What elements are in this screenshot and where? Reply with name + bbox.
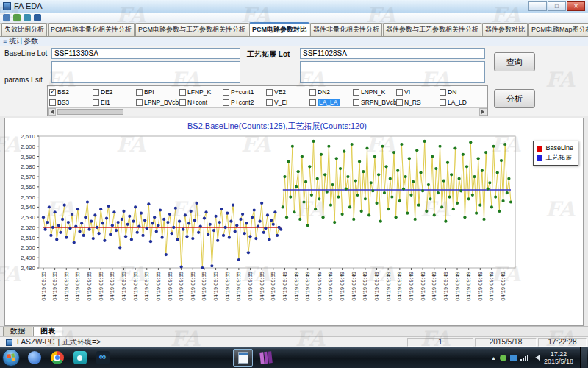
checkbox-icon[interactable] (93, 89, 99, 96)
taskbar-teal-app-icon[interactable] (70, 349, 90, 367)
svg-text:04/19 09:49: 04/19 09:49 (420, 272, 426, 301)
svg-text:04/19 09:49: 04/19 09:49 (465, 272, 472, 301)
main-tab-3[interactable]: PCM电路参数与工艺参数相关性分析 (135, 23, 248, 36)
param-checkbox-DE2[interactable]: DE2 (93, 87, 136, 97)
toolbar-globe-icon[interactable] (34, 14, 41, 21)
show-desktop-button[interactable] (580, 347, 587, 368)
parameter-checkbox-panel: BS2DE2BPILFNP_KP+cont1VE2DN2LNPN_KVIDNBS… (47, 85, 488, 116)
expansion-lot-list-box[interactable] (300, 61, 485, 83)
svg-text:04/19 09:55: 04/19 09:55 (98, 272, 104, 301)
maximize-button[interactable]: □ (548, 1, 566, 11)
param-checkbox-N_RS[interactable]: N_RS (396, 97, 440, 107)
param-checkbox-LNPN_K[interactable]: LNPN_K (353, 87, 396, 97)
checkbox-icon[interactable] (136, 99, 143, 106)
svg-text:04/19 09:55: 04/19 09:55 (259, 272, 265, 301)
main-tab-2[interactable]: PCM电路非量化相关性分析 (48, 23, 135, 36)
checkbox-icon[interactable] (396, 89, 403, 96)
param-checkbox-LA_LD[interactable]: LA_LD (440, 97, 483, 107)
checkbox-icon[interactable] (179, 99, 186, 106)
view-tab-1[interactable]: 数据 (3, 327, 32, 336)
tray-blue-icon[interactable] (510, 355, 517, 361)
taskbar-chrome-icon[interactable] (47, 349, 67, 367)
baseline-lot-label: BaseLine Lot (4, 49, 47, 57)
svg-text:04/19 09:49: 04/19 09:49 (500, 272, 506, 301)
start-button[interactable] (2, 349, 20, 367)
scroll-left-button[interactable] (48, 108, 56, 116)
taskbar-fa-eda-active-app[interactable] (233, 349, 253, 367)
checkbox-icon[interactable] (353, 89, 359, 96)
checkbox-icon[interactable] (266, 99, 273, 106)
toolbar-grid-icon[interactable] (24, 14, 31, 21)
param-checkbox-N+cont[interactable]: N+cont (179, 97, 223, 107)
status-pc-icon (6, 339, 12, 346)
main-tab-4[interactable]: PCM电路参数对比 (249, 22, 309, 36)
network-icon[interactable] (520, 354, 528, 361)
taskbar-blue-app-icon[interactable] (24, 349, 44, 367)
checkbox-icon[interactable] (49, 99, 56, 106)
toolbar-leaf-icon[interactable] (13, 14, 21, 21)
svg-text:04/19 09:55: 04/19 09:55 (201, 272, 207, 301)
scroll-right-button[interactable] (479, 108, 487, 116)
query-button[interactable]: 查询 (494, 52, 535, 71)
checkbox-icon[interactable] (309, 99, 316, 106)
param-checkbox-DN[interactable]: DN (440, 87, 483, 97)
svg-text:04/19 09:49: 04/19 09:49 (351, 272, 357, 301)
param-checkbox-LA_LA[interactable]: LA_LA (309, 97, 353, 107)
param-checkbox-BPI[interactable]: BPI (136, 87, 179, 97)
checkbox-icon[interactable] (309, 89, 316, 96)
param-checkbox-V_EI[interactable]: V_EI (266, 97, 309, 107)
checkbox-icon[interactable] (136, 89, 143, 96)
volume-icon[interactable] (532, 355, 540, 361)
svg-text:04/19 09:49: 04/19 09:49 (339, 272, 345, 301)
params-list-label: params Lsit (4, 76, 43, 84)
main-tab-7[interactable]: 器件参数对比 (482, 23, 528, 36)
param-checkbox-DN2[interactable]: DN2 (309, 87, 353, 97)
svg-text:04/19 09:49: 04/19 09:49 (316, 272, 323, 301)
checkbox-icon[interactable] (223, 89, 229, 96)
svg-text:04/19 09:49: 04/19 09:49 (408, 272, 415, 301)
checkbox-icon[interactable] (49, 89, 56, 96)
svg-text:04/19 09:55: 04/19 09:55 (270, 272, 276, 301)
toolbar-window-icon[interactable] (3, 14, 10, 21)
checkbox-icon[interactable] (179, 89, 186, 96)
param-checkbox-LFNP_K[interactable]: LFNP_K (179, 87, 223, 97)
tray-expand-icon[interactable]: ▲ (491, 355, 496, 361)
minimize-button[interactable]: – (528, 1, 547, 11)
param-checkbox-VE2[interactable]: VE2 (266, 87, 309, 97)
param-checkbox-P+cont1[interactable]: P+cont1 (223, 87, 266, 97)
main-tab-5[interactable]: 器件非量化相关性分析 (310, 23, 382, 36)
collapse-icon[interactable]: ≡ (3, 38, 7, 45)
checkbox-icon[interactable] (93, 99, 99, 106)
param-checkbox-VI[interactable]: VI (396, 87, 440, 97)
baseline-lot-input[interactable] (51, 48, 240, 59)
main-tab-1[interactable]: 失效比例分析 (1, 23, 47, 36)
baseline-lot-list-box[interactable] (51, 61, 240, 83)
main-tab-6[interactable]: 器件参数与工艺参数相关性分析 (383, 23, 481, 36)
param-checkbox-BS2[interactable]: BS2 (49, 87, 93, 97)
param-checkbox-P+cont2[interactable]: P+cont2 (223, 97, 266, 107)
checkbox-icon[interactable] (440, 99, 446, 106)
checkbox-icon[interactable] (440, 89, 446, 96)
checkbox-icon[interactable] (396, 99, 403, 106)
checkbox-icon[interactable] (223, 99, 229, 106)
taskbar-clock[interactable]: 17:22 2015/5/18 (544, 350, 573, 365)
param-checkbox-LPNP_BVcbo[interactable]: LPNP_BVcbo (136, 97, 179, 107)
legend-item-baseline: BaseLine (537, 144, 573, 153)
close-button[interactable]: ✕ (567, 1, 585, 11)
tray-green-icon[interactable] (500, 355, 506, 361)
scrollbar-thumb[interactable] (57, 109, 123, 115)
svg-text:04/19 09:49: 04/19 09:49 (442, 272, 449, 301)
checkbox-icon[interactable] (353, 99, 359, 106)
param-checkbox-SRPN_BVcbo[interactable]: SRPN_BVcbo (353, 97, 396, 107)
param-checkbox-EI1[interactable]: EI1 (93, 97, 136, 107)
taskbar-winrar-icon[interactable] (256, 349, 276, 367)
param-checkbox-BS3[interactable]: BS3 (49, 97, 93, 107)
taskbar-infinity-app-icon[interactable]: ∞ (93, 349, 112, 367)
expansion-lot-input[interactable] (300, 48, 485, 59)
view-tab-2[interactable]: 图表 (33, 327, 62, 336)
checkbox-icon[interactable] (266, 89, 273, 96)
analyze-button[interactable]: 分析 (494, 89, 535, 108)
title-bar: FA EDA – □ ✕ (0, 0, 588, 13)
svg-text:2,540: 2,540 (21, 205, 36, 211)
main-tab-8[interactable]: PCM电路Map图分析 (528, 23, 588, 36)
